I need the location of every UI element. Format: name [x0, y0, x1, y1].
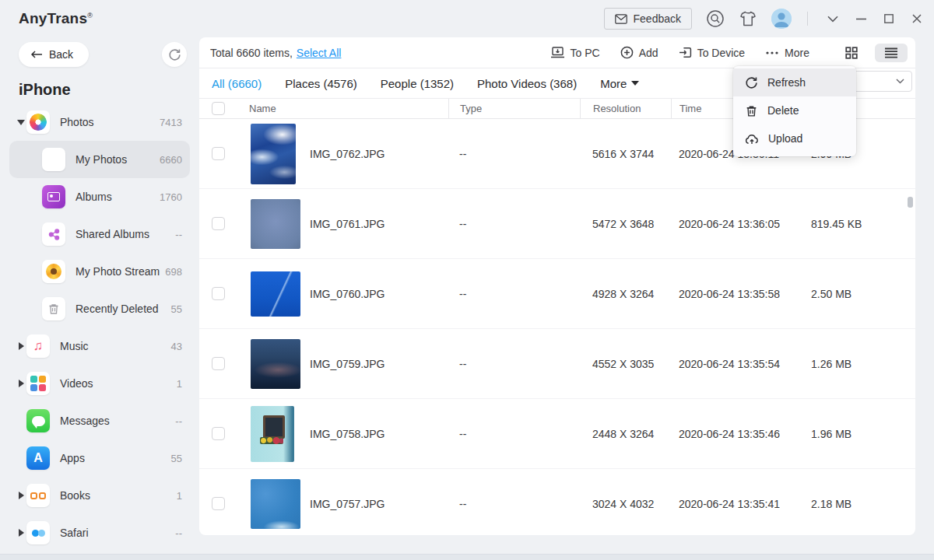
photo-thumbnail: [251, 124, 296, 184]
expand-icon[interactable]: [16, 529, 26, 537]
expand-icon[interactable]: [16, 380, 26, 387]
close-icon[interactable]: [911, 12, 923, 25]
sidebar-item-videos[interactable]: Videos 1: [0, 365, 199, 402]
table-row[interactable]: IMG_0760.JPG -- 4928 X 3264 2020-06-24 1…: [199, 259, 915, 329]
maximize-icon[interactable]: [883, 12, 895, 25]
expand-icon[interactable]: [16, 492, 26, 499]
tab-places[interactable]: Places (4576): [285, 77, 357, 90]
row-checkbox[interactable]: [212, 357, 225, 370]
menu-item-upload[interactable]: Upload: [733, 124, 856, 152]
file-type: --: [448, 288, 580, 300]
column-header-type[interactable]: Type: [448, 99, 580, 118]
sidebar-item-shared-albums[interactable]: Shared Albums --: [0, 215, 199, 253]
table-row[interactable]: IMG_0757.JPG -- 3024 X 4032 2020-06-24 1…: [199, 469, 915, 535]
tab-all[interactable]: All (6660): [212, 77, 262, 90]
expand-icon[interactable]: [16, 342, 26, 350]
caret-down-icon: [631, 81, 639, 86]
content-toolbar: Total 6660 items,Select All To PC Add: [199, 37, 915, 68]
photo-thumbnail: [251, 271, 300, 317]
books-icon: [26, 484, 50, 507]
minimize-icon[interactable]: [855, 12, 867, 25]
anytrans-window: AnyTrans® Feedback: [0, 0, 934, 560]
apps-icon: A: [26, 446, 50, 470]
account-avatar[interactable]: [771, 9, 792, 29]
device-name: iPhone: [0, 67, 199, 102]
sidebar-item-safari[interactable]: Safari --: [0, 514, 199, 551]
file-name: IMG_0759.JPG: [310, 358, 385, 370]
column-header-name[interactable]: Name: [238, 103, 448, 114]
select-all-link[interactable]: Select All: [297, 47, 342, 59]
file-name: IMG_0761.JPG: [310, 218, 385, 230]
table-row[interactable]: IMG_0761.JPG -- 5472 X 3648 2020-06-24 1…: [199, 189, 915, 259]
sidebar-item-my-photos[interactable]: My Photos 6660: [9, 141, 190, 178]
file-size: 819.45 KB: [811, 218, 915, 230]
feedback-button[interactable]: Feedback: [604, 8, 692, 30]
row-checkbox[interactable]: [212, 427, 225, 440]
row-checkbox[interactable]: [212, 497, 225, 510]
videos-icon: [26, 372, 50, 395]
to-device-button[interactable]: To Device: [679, 46, 745, 59]
file-name: IMG_0757.JPG: [310, 498, 385, 510]
safari-icon: [26, 521, 50, 544]
photo-thumbnail: [251, 479, 300, 529]
more-dropdown-menu: Refresh Delete Upload: [733, 66, 856, 156]
photos-icon: [26, 110, 50, 134]
titlebar: AnyTrans® Feedback: [0, 0, 934, 37]
file-type: --: [448, 148, 580, 160]
sidebar-item-messages[interactable]: Messages --: [0, 402, 199, 439]
file-type: --: [448, 428, 580, 440]
file-time: 2020-06-24 13:35:41: [671, 498, 811, 510]
file-resolution: 4552 X 3035: [580, 358, 671, 370]
to-pc-button[interactable]: To PC: [550, 47, 600, 59]
sidebar-item-albums[interactable]: Albums 1760: [0, 178, 199, 215]
vertical-scrollbar[interactable]: [908, 197, 913, 208]
total-items: Total 6660 items,Select All: [210, 47, 341, 59]
photo-thumbnail: [251, 406, 294, 462]
tab-more[interactable]: More: [600, 77, 639, 90]
sidebar-top: Back: [0, 37, 199, 67]
file-type: --: [448, 218, 580, 230]
file-resolution: 4928 X 3264: [580, 288, 671, 300]
sidebar-item-music[interactable]: ♫ Music 43: [0, 327, 199, 365]
sidebar-item-my-photo-stream[interactable]: My Photo Stream 698: [0, 253, 199, 290]
sidebar: Back iPhone Photos 7413 My Photos 6660 A…: [0, 37, 199, 555]
add-button[interactable]: Add: [620, 46, 658, 59]
tab-people[interactable]: People (1352): [381, 77, 454, 90]
sidebar-item-photos[interactable]: Photos 7413: [0, 103, 199, 141]
menu-item-delete[interactable]: Delete: [733, 96, 856, 124]
table-row[interactable]: IMG_0758.JPG -- 2448 X 3264 2020-06-24 1…: [199, 399, 915, 469]
refresh-device-button[interactable]: [162, 42, 187, 67]
file-resolution: 5616 X 3744: [580, 148, 671, 160]
row-checkbox[interactable]: [212, 217, 225, 230]
tab-photo-videos[interactable]: Photo Videos (368): [477, 77, 577, 90]
sidebar-item-books[interactable]: Books 1: [0, 477, 199, 514]
file-time: 2020-06-24 13:35:58: [671, 288, 811, 300]
column-header-resolution[interactable]: Resolution: [580, 99, 671, 118]
device-import-icon: [679, 46, 692, 59]
titlebar-controls: Feedback: [604, 8, 923, 30]
file-size: 1.96 MB: [811, 428, 915, 440]
cloud-upload-icon: [745, 133, 759, 145]
sidebar-nav: Photos 7413 My Photos 6660 Albums 1760 S…: [0, 102, 199, 551]
file-resolution: 2448 X 3264: [580, 428, 671, 440]
file-name: IMG_0758.JPG: [310, 428, 385, 440]
back-button[interactable]: Back: [19, 42, 89, 67]
row-checkbox[interactable]: [212, 287, 225, 300]
menu-item-refresh[interactable]: Refresh: [733, 68, 856, 96]
select-all-checkbox[interactable]: [212, 102, 225, 115]
file-size: 2.50 MB: [811, 288, 915, 300]
expand-icon[interactable]: [16, 120, 26, 125]
grid-view-icon[interactable]: [836, 43, 867, 63]
feedback-label: Feedback: [634, 12, 681, 25]
sidebar-item-apps[interactable]: A Apps 55: [0, 439, 199, 477]
row-checkbox[interactable]: [212, 147, 225, 160]
envelope-icon: [615, 14, 627, 24]
theme-tshirt-icon[interactable]: [739, 9, 757, 28]
list-view-icon[interactable]: [875, 44, 908, 62]
file-time: 2020-06-24 13:35:54: [671, 358, 811, 370]
table-row[interactable]: IMG_0759.JPG -- 4552 X 3035 2020-06-24 1…: [199, 329, 915, 399]
sidebar-item-recently-deleted[interactable]: Recently Deleted 55: [0, 290, 199, 327]
search-icon[interactable]: [706, 9, 725, 28]
collapse-chevron-icon[interactable]: [827, 12, 839, 25]
more-actions-button[interactable]: More: [765, 47, 809, 59]
